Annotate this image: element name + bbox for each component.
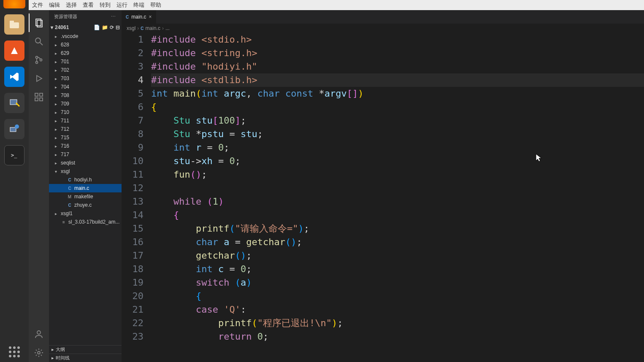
tree-item-label: 717 <box>61 151 69 157</box>
folder-item-701[interactable]: ▸701 <box>49 57 122 66</box>
code-line[interactable]: { <box>151 100 644 114</box>
line-number: 20 <box>122 289 143 303</box>
close-icon[interactable]: × <box>149 14 152 20</box>
code-content[interactable]: #include <stdio.h>#include <string.h>#in… <box>151 33 644 362</box>
code-line[interactable]: { <box>151 289 644 303</box>
folder-item-716[interactable]: ▸716 <box>49 142 122 150</box>
folder-item-704[interactable]: ▸704 <box>49 83 122 91</box>
code-line[interactable]: case 'Q': <box>151 303 644 316</box>
scm-icon[interactable] <box>29 51 49 69</box>
account-icon[interactable] <box>29 325 49 343</box>
chevron-right-icon: ▸ <box>55 161 59 165</box>
folder-item-717[interactable]: ▸717 <box>49 150 122 159</box>
folder-item-715[interactable]: ▸715 <box>49 133 122 142</box>
tree-item-label: 716 <box>61 143 69 149</box>
software-icon[interactable] <box>4 41 24 61</box>
menu-run[interactable]: 运行 <box>116 1 127 9</box>
remmina-icon[interactable] <box>4 93 24 113</box>
code-line[interactable] <box>151 181 644 195</box>
folder-item-711[interactable]: ▸711 <box>49 116 122 125</box>
code-line[interactable]: #include <stdio.h> <box>151 33 644 46</box>
chevron-right-icon: ▸ <box>51 355 54 361</box>
line-number: 22 <box>122 316 143 330</box>
vscode-icon[interactable] <box>4 67 24 87</box>
menu-file[interactable]: 文件 <box>32 1 43 9</box>
refresh-icon[interactable]: ⟳ <box>110 24 114 30</box>
code-line[interactable]: stu->xh = 0; <box>151 154 644 168</box>
file-item-zhuye-c[interactable]: Czhuye.c <box>49 201 122 209</box>
folder-item-seqlist[interactable]: ▸seqlist <box>49 159 122 167</box>
code-line[interactable]: char a = getchar(); <box>151 235 644 249</box>
menu-help[interactable]: 帮助 <box>150 1 161 9</box>
folder-item-xsgl[interactable]: ▾xsgl <box>49 167 122 176</box>
tree-item-label: xsgl <box>61 168 70 174</box>
files-icon[interactable] <box>4 14 24 35</box>
outline-section[interactable]: ▸ 大纲 <box>49 345 122 354</box>
code-line[interactable]: int r = 0; <box>151 141 644 154</box>
extensions-icon[interactable] <box>29 88 49 106</box>
folder-item-710[interactable]: ▸710 <box>49 108 122 116</box>
tree-item-label: hodiyi.h <box>74 177 92 183</box>
code-line[interactable]: switch (a) <box>151 276 644 289</box>
tree-item-label: sl_3.03-17build2_am... <box>68 219 119 225</box>
chevron-right-icon: ▸ <box>55 34 59 39</box>
code-line[interactable]: printf("程序已退出!\n"); <box>151 316 644 330</box>
code-line[interactable]: int c = 0; <box>151 262 644 276</box>
code-line[interactable]: Stu stu[100]; <box>151 114 644 127</box>
new-folder-icon[interactable]: 📁 <box>102 24 108 30</box>
chevron-down-icon: ▾ <box>51 24 53 30</box>
breadcrumb-file[interactable]: main.c <box>146 25 160 31</box>
tab-main-c[interactable]: C main.c × <box>122 10 157 24</box>
firefox-icon[interactable] <box>3 0 25 8</box>
new-file-icon[interactable]: 📄 <box>94 24 100 30</box>
menu-view[interactable]: 查看 <box>83 1 94 9</box>
code-line[interactable]: Stu *pstu = stu; <box>151 127 644 141</box>
network-icon[interactable] <box>4 119 24 139</box>
code-line[interactable]: { <box>151 208 644 222</box>
timeline-section[interactable]: ▸ 时间线 <box>49 354 122 362</box>
run-debug-icon[interactable] <box>29 69 49 88</box>
menu-select[interactable]: 选择 <box>66 1 77 9</box>
code-line[interactable]: getchar(); <box>151 249 644 262</box>
file-item-makefile[interactable]: Mmakefile <box>49 192 122 201</box>
folder-item-628[interactable]: ▸628 <box>49 41 122 49</box>
breadcrumb[interactable]: xsgl › C main.c › ... <box>122 24 644 33</box>
collapse-icon[interactable]: ⊟ <box>116 24 120 30</box>
explorer-icon[interactable] <box>29 14 49 32</box>
folder-item-xsgl1[interactable]: ▸xsgl1 <box>49 209 122 218</box>
folder-item-712[interactable]: ▸712 <box>49 125 122 133</box>
project-row[interactable]: ▾ 24061 📄 📁 ⟳ ⊟ <box>49 23 122 32</box>
breadcrumb-folder[interactable]: xsgl <box>127 25 135 31</box>
menu-edit[interactable]: 编辑 <box>49 1 60 9</box>
folder-item-702[interactable]: ▸702 <box>49 66 122 74</box>
menu-terminal[interactable]: 终端 <box>133 1 144 9</box>
code-line[interactable]: fun(); <box>151 168 644 181</box>
search-icon[interactable] <box>29 32 49 51</box>
app-grid-icon[interactable] <box>4 342 24 362</box>
file-item-main-c[interactable]: Cmain.c <box>49 184 122 192</box>
breadcrumb-more[interactable]: ... <box>165 25 170 31</box>
menu-go[interactable]: 转到 <box>100 1 111 9</box>
svg-line-9 <box>40 43 43 45</box>
file-item-hodiyi-h[interactable]: Chodiyi.h <box>49 176 122 184</box>
folder-item--vscode[interactable]: ▸.vscode <box>49 32 122 41</box>
activity-bar <box>29 10 49 362</box>
code-line[interactable]: #include <stdlib.h> <box>151 73 644 87</box>
code-line[interactable]: #include <string.h> <box>151 46 644 60</box>
code-editor[interactable]: 1234567891011121314151617181920212223 #i… <box>122 33 644 362</box>
code-line[interactable]: printf("请输入命令="); <box>151 222 644 235</box>
sidebar-more-icon[interactable]: ⋯ <box>111 14 116 19</box>
tree-item-label: main.c <box>74 185 89 191</box>
folder-item-629[interactable]: ▸629 <box>49 49 122 57</box>
folder-item-709[interactable]: ▸709 <box>49 100 122 108</box>
terminal-icon[interactable]: >_ <box>4 145 24 165</box>
chevron-right-icon: ▸ <box>55 144 59 149</box>
folder-item-708[interactable]: ▸708 <box>49 91 122 100</box>
code-line[interactable]: return 0; <box>151 330 644 343</box>
folder-item-703[interactable]: ▸703 <box>49 74 122 83</box>
code-line[interactable]: int main(int argc, char const *argv[]) <box>151 87 644 100</box>
code-line[interactable]: #include "hodiyi.h" <box>151 60 644 73</box>
settings-icon[interactable] <box>29 343 49 362</box>
code-line[interactable]: while (1) <box>151 195 644 208</box>
file-item-sl-3-03-17build2-am---[interactable]: ≡sl_3.03-17build2_am... <box>49 218 122 226</box>
